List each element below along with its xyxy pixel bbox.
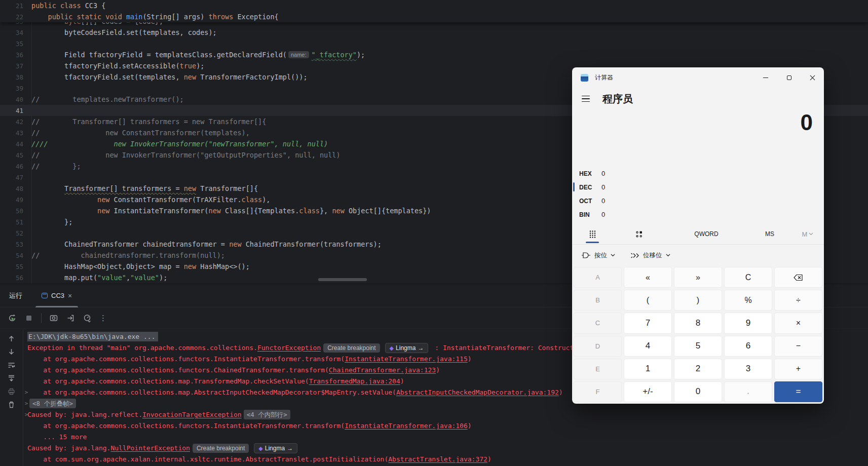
calc-key-=[interactable]: = (774, 381, 822, 402)
stack-trace-link[interactable]: NullPointerException (110, 444, 190, 452)
calc-key-+[interactable]: + (774, 359, 822, 379)
radix-value: 0 (601, 170, 605, 177)
fold-chevron-icon[interactable]: > (23, 398, 30, 409)
stack-trace-link[interactable]: InvocationTargetException (142, 411, 242, 418)
calculator-keypad: A«»CB()%÷C789×D456−E123+F+/-0.= (574, 267, 822, 402)
word-size-button[interactable]: QWORD (666, 224, 747, 244)
calc-key-+/-[interactable]: +/- (624, 381, 672, 402)
up-arrow-icon[interactable] (7, 334, 16, 343)
stack-trace-link[interactable]: AbstractInputCheckedMapDecorator.java:19… (396, 389, 559, 396)
calc-key-backspace[interactable] (774, 267, 822, 288)
code-line-22: 22 public static void main(String[] args… (0, 11, 868, 22)
radix-row-dec[interactable]: DEC0 (572, 180, 824, 194)
run-tab-cc3[interactable]: CC3 × (35, 284, 78, 307)
stderr-text: ) (436, 366, 440, 374)
calc-key-3[interactable]: 3 (724, 359, 772, 379)
clear-console-icon[interactable] (7, 400, 16, 409)
calc-key-C[interactable]: C (724, 267, 772, 288)
close-button[interactable] (801, 67, 824, 88)
stack-trace-link[interactable]: FunctorException (257, 344, 321, 352)
calc-key-A: A (574, 267, 622, 288)
radix-row-bin[interactable]: BIN0 (572, 208, 824, 221)
tab-close-icon[interactable]: × (68, 292, 72, 299)
calc-key-6[interactable]: 6 (724, 336, 772, 357)
maximize-button[interactable] (777, 67, 801, 88)
folded-frames-badge[interactable]: <8 个折叠帧> (29, 399, 76, 408)
stack-trace-link[interactable]: AbstractTranslet.java:372 (388, 455, 487, 463)
stderr-text: at org.apache.commons.collections.functo… (27, 366, 329, 374)
stack-trace-link[interactable]: ChainedTransformer.java:123 (329, 366, 436, 374)
divider (572, 244, 824, 245)
calc-key-%[interactable]: % (724, 290, 772, 310)
toolbar-separator (41, 313, 42, 323)
stop-button (24, 314, 33, 323)
calc-key-5[interactable]: 5 (674, 336, 722, 357)
stderr-text: ) (468, 355, 472, 363)
radix-row-hex[interactable]: HEX0 (572, 167, 824, 180)
rerun-button[interactable] (8, 314, 17, 323)
calc-key-»[interactable]: » (674, 267, 722, 288)
full-keypad-toggle[interactable] (572, 224, 613, 244)
bitwise-operations-row: 按位 位移位 (572, 246, 824, 265)
calculator-display: 0 (572, 110, 813, 135)
calc-key-«[interactable]: « (624, 267, 672, 288)
stderr-text: ) (487, 455, 492, 463)
folded-frames-badge[interactable]: <4 个内部行> (244, 410, 290, 419)
stack-trace-link[interactable]: InstantiateTransformer.java:115 (345, 355, 468, 363)
minimize-button[interactable] (754, 67, 777, 88)
and-gate-icon (581, 252, 591, 259)
calc-key-)[interactable]: ) (674, 290, 722, 310)
calc-key-8[interactable]: 8 (674, 313, 722, 333)
radix-row-oct[interactable]: OCT0 (572, 194, 824, 208)
hamburger-menu-icon[interactable] (582, 96, 590, 102)
radix-value: 0 (601, 183, 605, 191)
fold-chevron-icon[interactable]: > (23, 409, 30, 420)
console-line-10: Caused by: java.lang.NullPointerExceptio… (23, 443, 868, 454)
down-arrow-icon[interactable] (7, 347, 16, 356)
fold-chevron-icon[interactable]: > (23, 387, 30, 398)
radix-label: OCT (579, 198, 601, 205)
memory-dropdown: M (792, 224, 823, 244)
gauge-icon[interactable] (83, 314, 92, 323)
memory-store-button[interactable]: MS (747, 224, 792, 244)
create-breakpoint-badge[interactable]: Create breakpoint (193, 444, 249, 453)
sticky-header-lines: 21public class CC3 {22 public static voi… (0, 0, 868, 22)
arrow-right-icon: → (418, 344, 424, 352)
import-icon[interactable] (66, 314, 75, 323)
calc-key-1[interactable]: 1 (624, 359, 672, 379)
bit-toggle-keypad-button[interactable] (613, 224, 666, 244)
scroll-to-end-icon[interactable] (7, 374, 16, 382)
horizontal-scrollbar[interactable] (318, 278, 367, 281)
run-panel-title: 运行 (9, 291, 22, 300)
calc-key-÷[interactable]: ÷ (774, 290, 822, 310)
chevron-down-icon (666, 254, 670, 257)
calc-key-2[interactable]: 2 (674, 359, 722, 379)
calc-key-([interactable]: ( (624, 290, 672, 310)
run-configuration-icon (42, 293, 48, 298)
bit-shift-dropdown[interactable]: 位移位 (630, 251, 670, 260)
calc-key-4[interactable]: 4 (624, 336, 672, 357)
calc-key-−[interactable]: − (774, 336, 822, 357)
backspace-icon (794, 274, 803, 281)
calculator-titlebar[interactable]: 计算器 (572, 67, 824, 88)
lingma-badge[interactable]: ◆Lingma→ (385, 343, 429, 353)
lingma-badge[interactable]: ◆Lingma→ (254, 443, 297, 453)
camera-icon[interactable] (49, 314, 58, 323)
create-breakpoint-badge[interactable]: Create breakpoint (323, 343, 380, 353)
calc-key-9[interactable]: 9 (724, 313, 772, 333)
calc-key-7[interactable]: 7 (624, 313, 672, 333)
code-line-34: 34 byteCodesField.set(templates, codes); (0, 27, 868, 38)
soft-wrap-icon[interactable] (7, 361, 16, 369)
calc-key-.: . (724, 381, 772, 402)
more-options-icon[interactable]: ⋮ (99, 314, 107, 323)
code-line-36: 36 Field tfactoryField = templatesClass.… (0, 49, 868, 60)
calculator-title: 计算器 (595, 73, 613, 82)
bitwise-dropdown[interactable]: 按位 (581, 251, 615, 260)
stack-trace-link[interactable]: InstantiateTransformer.java:106 (345, 422, 468, 430)
calc-key-×[interactable]: × (774, 313, 822, 333)
radix-rows: HEX0DEC0OCT0BIN0 (572, 167, 824, 221)
calculator-header: 程序员 (572, 89, 824, 108)
stack-trace-link[interactable]: TransformedMap.java:204 (309, 377, 400, 385)
radix-value: 0 (601, 211, 605, 218)
calc-key-0[interactable]: 0 (674, 381, 722, 402)
